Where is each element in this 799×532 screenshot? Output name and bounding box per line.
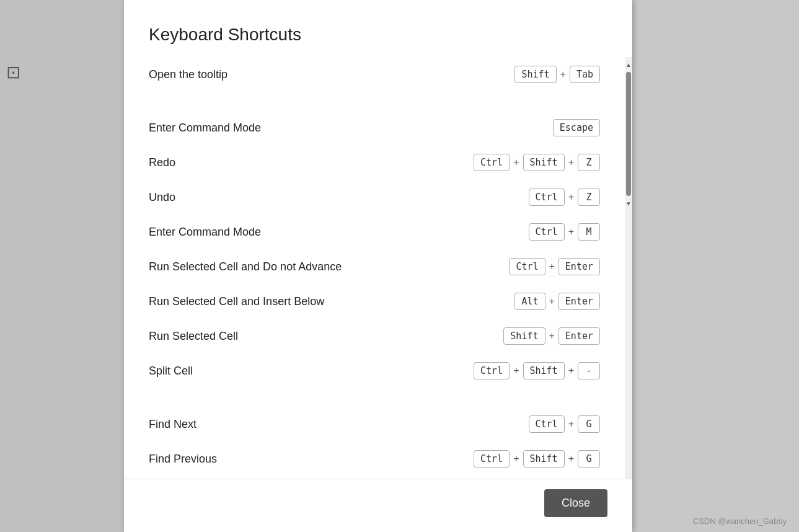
shortcuts-list[interactable]: Open the tooltipShift+TabEnter Command M… (124, 57, 625, 479)
key-g: G (578, 415, 600, 433)
plus-sign: + (513, 453, 519, 464)
key-z: Z (578, 188, 600, 206)
shortcut-keys-run-insert-below: Alt+Enter (514, 293, 600, 310)
shortcut-keys-split-cell: Ctrl+Shift+- (474, 362, 600, 379)
plus-sign: + (549, 261, 555, 272)
plus-sign: + (568, 419, 574, 430)
key-enter: Enter (558, 293, 600, 310)
scrollbar-track: ▲ ▼ (625, 57, 632, 479)
plus-sign: + (568, 157, 574, 168)
shortcut-row-run-selected: Run Selected CellShift+Enter (149, 319, 600, 353)
key-shift: Shift (503, 327, 545, 345)
shortcut-row-split-cell: Split CellCtrl+Shift+- (149, 353, 600, 388)
key-z: Z (578, 154, 600, 171)
shortcut-label-undo: Undo (149, 191, 175, 204)
key-ctrl: Ctrl (529, 415, 565, 433)
key-ctrl: Ctrl (529, 223, 565, 241)
dialog-content: Open the tooltipShift+TabEnter Command M… (124, 57, 632, 479)
shortcut-label-find-next: Find Next (149, 418, 196, 431)
key-enter: Enter (558, 327, 600, 345)
key-shift: Shift (523, 154, 565, 171)
key-alt: Alt (514, 293, 545, 310)
key-shift: Shift (514, 66, 556, 83)
dialog-title: Keyboard Shortcuts (124, 0, 632, 57)
shortcut-label-enter-command-mode-1: Enter Command Mode (149, 122, 261, 135)
scroll-down-arrow[interactable]: ▼ (625, 198, 632, 208)
left-panel: ⊡ (0, 0, 124, 532)
plus-sign: + (560, 69, 566, 80)
scroll-up-arrow[interactable]: ▲ (625, 60, 632, 69)
shortcut-row-enter-command-mode-1: Enter Command ModeEscape (149, 110, 600, 145)
shortcut-row-run-no-advance: Run Selected Cell and Do not AdvanceCtrl… (149, 249, 600, 284)
plus-sign: + (568, 365, 574, 376)
shortcut-row-run-insert-below: Run Selected Cell and Insert BelowAlt+En… (149, 284, 600, 319)
scroll-thumb[interactable] (626, 72, 631, 196)
shortcut-label-enter-command-mode-2: Enter Command Mode (149, 226, 261, 239)
shortcut-keys-enter-command-mode-2: Ctrl+M (529, 223, 600, 241)
key--: - (578, 362, 600, 379)
shortcut-label-find-previous: Find Previous (149, 453, 217, 466)
plus-sign: + (568, 453, 574, 464)
shortcut-label-split-cell: Split Cell (149, 365, 193, 378)
left-icon: ⊡ (6, 62, 20, 82)
shortcut-row-find-previous: Find PreviousCtrl+Shift+G (149, 441, 600, 476)
shortcut-keys-find-next: Ctrl+G (529, 415, 600, 433)
shortcut-keys-open-tooltip: Shift+Tab (514, 66, 600, 83)
key-ctrl: Ctrl (529, 188, 565, 206)
plus-sign: + (549, 296, 555, 307)
key-shift: Shift (523, 362, 565, 379)
key-m: M (578, 223, 600, 241)
key-g: G (578, 450, 600, 468)
shortcut-keys-run-no-advance: Ctrl+Enter (509, 258, 600, 275)
key-ctrl: Ctrl (474, 450, 510, 468)
dialog-footer: Close (124, 479, 632, 532)
keyboard-shortcuts-dialog: Keyboard Shortcuts Open the tooltipShift… (124, 0, 632, 532)
shortcut-row-redo: RedoCtrl+Shift+Z (149, 145, 600, 180)
shortcut-keys-run-selected: Shift+Enter (503, 327, 600, 345)
plus-sign: + (568, 192, 574, 203)
shortcut-row-find-next: Find NextCtrl+G (149, 407, 600, 441)
key-escape: Escape (553, 119, 600, 136)
watermark: CSDN @wanchen_Gabby (693, 516, 787, 526)
shortcut-keys-find-previous: Ctrl+Shift+G (474, 450, 600, 468)
shortcut-label-run-insert-below: Run Selected Cell and Insert Below (149, 295, 324, 308)
key-ctrl: Ctrl (509, 258, 545, 275)
key-ctrl: Ctrl (474, 362, 510, 379)
shortcut-keys-redo: Ctrl+Shift+Z (474, 154, 600, 171)
plus-sign: + (513, 157, 519, 168)
shortcut-row-undo: UndoCtrl+Z (149, 180, 600, 215)
plus-sign: + (549, 330, 555, 342)
shortcut-label-redo: Redo (149, 156, 175, 169)
right-panel (632, 0, 799, 532)
key-tab: Tab (570, 66, 600, 83)
shortcut-keys-undo: Ctrl+Z (529, 188, 600, 206)
shortcut-label-open-tooltip: Open the tooltip (149, 68, 227, 81)
close-button[interactable]: Close (544, 489, 607, 517)
key-enter: Enter (558, 258, 600, 275)
key-shift: Shift (523, 450, 565, 468)
shortcut-label-run-no-advance: Run Selected Cell and Do not Advance (149, 260, 342, 273)
shortcut-row-enter-command-mode-2: Enter Command ModeCtrl+M (149, 215, 600, 249)
shortcut-row-open-tooltip: Open the tooltipShift+Tab (149, 57, 600, 92)
shortcut-label-run-selected: Run Selected Cell (149, 330, 238, 343)
plus-sign: + (568, 226, 574, 237)
shortcut-keys-enter-command-mode-1: Escape (553, 119, 600, 136)
plus-sign: + (513, 365, 519, 376)
key-ctrl: Ctrl (474, 154, 510, 171)
